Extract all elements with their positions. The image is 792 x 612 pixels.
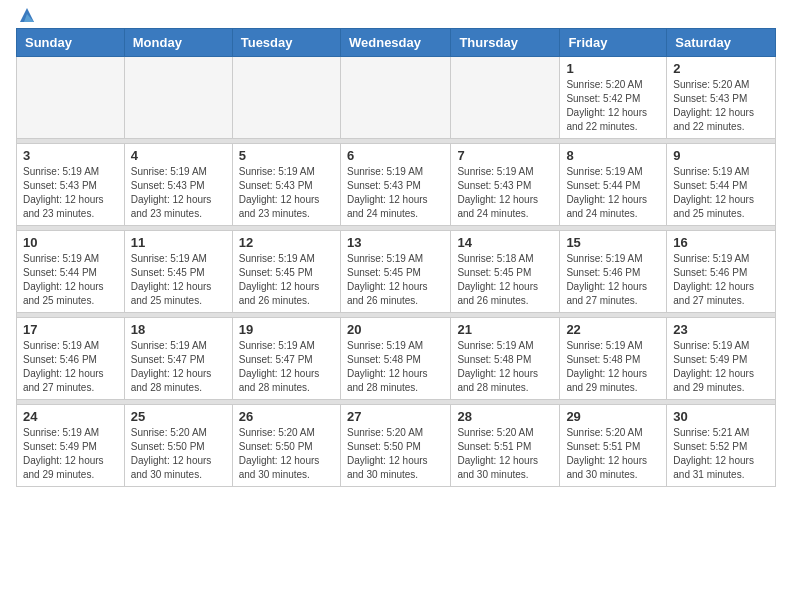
calendar-cell: 11Sunrise: 5:19 AM Sunset: 5:45 PM Dayli… bbox=[124, 231, 232, 313]
calendar-cell bbox=[340, 57, 450, 139]
calendar-week-row: 10Sunrise: 5:19 AM Sunset: 5:44 PM Dayli… bbox=[17, 231, 776, 313]
day-info: Sunrise: 5:19 AM Sunset: 5:43 PM Dayligh… bbox=[131, 165, 226, 221]
calendar-cell: 12Sunrise: 5:19 AM Sunset: 5:45 PM Dayli… bbox=[232, 231, 340, 313]
day-info: Sunrise: 5:19 AM Sunset: 5:47 PM Dayligh… bbox=[239, 339, 334, 395]
calendar-week-row: 24Sunrise: 5:19 AM Sunset: 5:49 PM Dayli… bbox=[17, 405, 776, 487]
weekday-header-monday: Monday bbox=[124, 29, 232, 57]
calendar-cell bbox=[17, 57, 125, 139]
day-info: Sunrise: 5:19 AM Sunset: 5:43 PM Dayligh… bbox=[23, 165, 118, 221]
header bbox=[16, 10, 776, 20]
day-number: 30 bbox=[673, 409, 769, 424]
calendar-cell bbox=[124, 57, 232, 139]
day-number: 19 bbox=[239, 322, 334, 337]
calendar-cell: 28Sunrise: 5:20 AM Sunset: 5:51 PM Dayli… bbox=[451, 405, 560, 487]
weekday-header-thursday: Thursday bbox=[451, 29, 560, 57]
calendar-cell: 14Sunrise: 5:18 AM Sunset: 5:45 PM Dayli… bbox=[451, 231, 560, 313]
calendar-cell: 4Sunrise: 5:19 AM Sunset: 5:43 PM Daylig… bbox=[124, 144, 232, 226]
day-number: 25 bbox=[131, 409, 226, 424]
day-number: 17 bbox=[23, 322, 118, 337]
day-number: 21 bbox=[457, 322, 553, 337]
calendar-cell: 9Sunrise: 5:19 AM Sunset: 5:44 PM Daylig… bbox=[667, 144, 776, 226]
day-info: Sunrise: 5:19 AM Sunset: 5:46 PM Dayligh… bbox=[673, 252, 769, 308]
day-info: Sunrise: 5:19 AM Sunset: 5:44 PM Dayligh… bbox=[23, 252, 118, 308]
day-info: Sunrise: 5:19 AM Sunset: 5:44 PM Dayligh… bbox=[673, 165, 769, 221]
calendar-cell: 8Sunrise: 5:19 AM Sunset: 5:44 PM Daylig… bbox=[560, 144, 667, 226]
calendar-header-row: SundayMondayTuesdayWednesdayThursdayFrid… bbox=[17, 29, 776, 57]
calendar-cell: 21Sunrise: 5:19 AM Sunset: 5:48 PM Dayli… bbox=[451, 318, 560, 400]
day-info: Sunrise: 5:19 AM Sunset: 5:48 PM Dayligh… bbox=[566, 339, 660, 395]
weekday-header-wednesday: Wednesday bbox=[340, 29, 450, 57]
weekday-header-saturday: Saturday bbox=[667, 29, 776, 57]
day-number: 4 bbox=[131, 148, 226, 163]
day-info: Sunrise: 5:20 AM Sunset: 5:50 PM Dayligh… bbox=[239, 426, 334, 482]
calendar-cell: 18Sunrise: 5:19 AM Sunset: 5:47 PM Dayli… bbox=[124, 318, 232, 400]
calendar-cell: 29Sunrise: 5:20 AM Sunset: 5:51 PM Dayli… bbox=[560, 405, 667, 487]
day-number: 9 bbox=[673, 148, 769, 163]
day-info: Sunrise: 5:21 AM Sunset: 5:52 PM Dayligh… bbox=[673, 426, 769, 482]
calendar-table: SundayMondayTuesdayWednesdayThursdayFrid… bbox=[16, 28, 776, 487]
day-number: 18 bbox=[131, 322, 226, 337]
day-number: 22 bbox=[566, 322, 660, 337]
day-number: 13 bbox=[347, 235, 444, 250]
day-number: 10 bbox=[23, 235, 118, 250]
day-number: 15 bbox=[566, 235, 660, 250]
day-info: Sunrise: 5:19 AM Sunset: 5:44 PM Dayligh… bbox=[566, 165, 660, 221]
day-number: 20 bbox=[347, 322, 444, 337]
day-info: Sunrise: 5:20 AM Sunset: 5:51 PM Dayligh… bbox=[457, 426, 553, 482]
day-info: Sunrise: 5:20 AM Sunset: 5:51 PM Dayligh… bbox=[566, 426, 660, 482]
day-number: 1 bbox=[566, 61, 660, 76]
day-info: Sunrise: 5:19 AM Sunset: 5:48 PM Dayligh… bbox=[457, 339, 553, 395]
day-info: Sunrise: 5:20 AM Sunset: 5:42 PM Dayligh… bbox=[566, 78, 660, 134]
calendar-cell: 3Sunrise: 5:19 AM Sunset: 5:43 PM Daylig… bbox=[17, 144, 125, 226]
calendar-cell: 2Sunrise: 5:20 AM Sunset: 5:43 PM Daylig… bbox=[667, 57, 776, 139]
day-number: 27 bbox=[347, 409, 444, 424]
calendar-cell: 6Sunrise: 5:19 AM Sunset: 5:43 PM Daylig… bbox=[340, 144, 450, 226]
calendar-cell bbox=[232, 57, 340, 139]
day-number: 3 bbox=[23, 148, 118, 163]
calendar-cell: 17Sunrise: 5:19 AM Sunset: 5:46 PM Dayli… bbox=[17, 318, 125, 400]
day-info: Sunrise: 5:19 AM Sunset: 5:43 PM Dayligh… bbox=[347, 165, 444, 221]
day-info: Sunrise: 5:19 AM Sunset: 5:45 PM Dayligh… bbox=[131, 252, 226, 308]
calendar-cell bbox=[451, 57, 560, 139]
day-number: 7 bbox=[457, 148, 553, 163]
weekday-header-friday: Friday bbox=[560, 29, 667, 57]
calendar-cell: 25Sunrise: 5:20 AM Sunset: 5:50 PM Dayli… bbox=[124, 405, 232, 487]
calendar-cell: 10Sunrise: 5:19 AM Sunset: 5:44 PM Dayli… bbox=[17, 231, 125, 313]
day-info: Sunrise: 5:20 AM Sunset: 5:50 PM Dayligh… bbox=[131, 426, 226, 482]
day-info: Sunrise: 5:19 AM Sunset: 5:43 PM Dayligh… bbox=[239, 165, 334, 221]
day-number: 8 bbox=[566, 148, 660, 163]
day-info: Sunrise: 5:19 AM Sunset: 5:46 PM Dayligh… bbox=[23, 339, 118, 395]
day-info: Sunrise: 5:19 AM Sunset: 5:48 PM Dayligh… bbox=[347, 339, 444, 395]
day-number: 12 bbox=[239, 235, 334, 250]
calendar-cell: 19Sunrise: 5:19 AM Sunset: 5:47 PM Dayli… bbox=[232, 318, 340, 400]
day-number: 16 bbox=[673, 235, 769, 250]
day-number: 11 bbox=[131, 235, 226, 250]
day-info: Sunrise: 5:19 AM Sunset: 5:49 PM Dayligh… bbox=[673, 339, 769, 395]
day-number: 24 bbox=[23, 409, 118, 424]
calendar-cell: 20Sunrise: 5:19 AM Sunset: 5:48 PM Dayli… bbox=[340, 318, 450, 400]
weekday-header-tuesday: Tuesday bbox=[232, 29, 340, 57]
weekday-header-sunday: Sunday bbox=[17, 29, 125, 57]
day-number: 14 bbox=[457, 235, 553, 250]
day-info: Sunrise: 5:19 AM Sunset: 5:49 PM Dayligh… bbox=[23, 426, 118, 482]
day-info: Sunrise: 5:20 AM Sunset: 5:50 PM Dayligh… bbox=[347, 426, 444, 482]
calendar-cell: 1Sunrise: 5:20 AM Sunset: 5:42 PM Daylig… bbox=[560, 57, 667, 139]
calendar-week-row: 17Sunrise: 5:19 AM Sunset: 5:46 PM Dayli… bbox=[17, 318, 776, 400]
calendar-cell: 30Sunrise: 5:21 AM Sunset: 5:52 PM Dayli… bbox=[667, 405, 776, 487]
day-info: Sunrise: 5:19 AM Sunset: 5:45 PM Dayligh… bbox=[239, 252, 334, 308]
calendar-cell: 26Sunrise: 5:20 AM Sunset: 5:50 PM Dayli… bbox=[232, 405, 340, 487]
calendar-cell: 16Sunrise: 5:19 AM Sunset: 5:46 PM Dayli… bbox=[667, 231, 776, 313]
logo-icon bbox=[18, 6, 36, 24]
calendar-cell: 5Sunrise: 5:19 AM Sunset: 5:43 PM Daylig… bbox=[232, 144, 340, 226]
logo bbox=[16, 10, 36, 20]
day-info: Sunrise: 5:19 AM Sunset: 5:46 PM Dayligh… bbox=[566, 252, 660, 308]
day-number: 29 bbox=[566, 409, 660, 424]
calendar-week-row: 3Sunrise: 5:19 AM Sunset: 5:43 PM Daylig… bbox=[17, 144, 776, 226]
calendar-cell: 15Sunrise: 5:19 AM Sunset: 5:46 PM Dayli… bbox=[560, 231, 667, 313]
day-number: 26 bbox=[239, 409, 334, 424]
calendar-cell: 27Sunrise: 5:20 AM Sunset: 5:50 PM Dayli… bbox=[340, 405, 450, 487]
calendar-cell: 23Sunrise: 5:19 AM Sunset: 5:49 PM Dayli… bbox=[667, 318, 776, 400]
day-info: Sunrise: 5:18 AM Sunset: 5:45 PM Dayligh… bbox=[457, 252, 553, 308]
day-info: Sunrise: 5:19 AM Sunset: 5:43 PM Dayligh… bbox=[457, 165, 553, 221]
calendar-cell: 24Sunrise: 5:19 AM Sunset: 5:49 PM Dayli… bbox=[17, 405, 125, 487]
